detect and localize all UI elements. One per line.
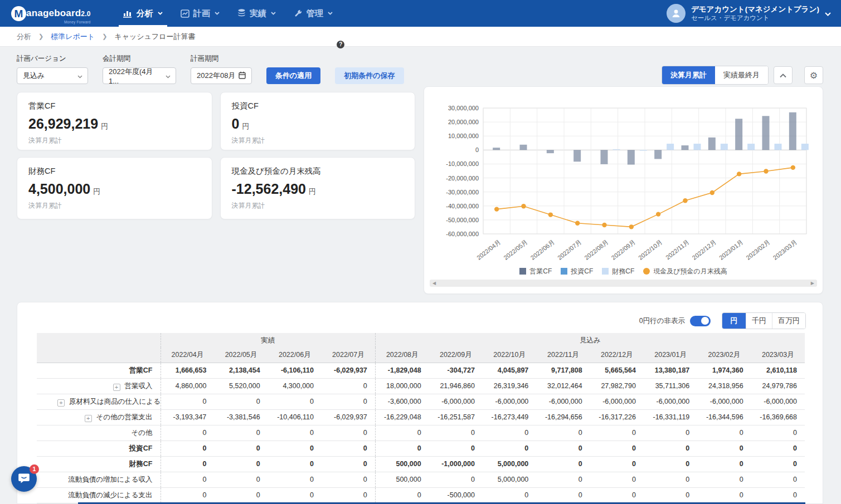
plan-period-input[interactable]: 2022年08月 xyxy=(191,67,252,84)
table-cell: 0 xyxy=(268,487,322,503)
table-cell: 0 xyxy=(268,441,322,456)
wrench-icon xyxy=(294,9,303,18)
svg-text:-10,000,000: -10,000,000 xyxy=(446,160,479,167)
chart-bar xyxy=(573,150,581,162)
table-cell: -6,000,000 xyxy=(644,394,697,409)
breadcrumb-item[interactable]: 分析 xyxy=(17,32,31,42)
toggle-last-actual-month[interactable]: 実績最終月 xyxy=(715,66,768,84)
table-cell: 9,717,808 xyxy=(536,363,590,378)
table-column-header: 2023/02月 xyxy=(697,348,751,363)
x-axis-label: 2022/09月 xyxy=(610,238,636,261)
table-cell: -16,251,587 xyxy=(429,409,483,425)
legend-item[interactable]: 財務CF xyxy=(602,267,634,276)
table-cell: 18,000,000 xyxy=(375,378,429,394)
table-cell: 0 xyxy=(751,425,805,441)
kpi-title: 営業CF xyxy=(28,101,201,111)
chart-bar xyxy=(520,145,527,150)
kpi-cards: 営業CF 26,929,219円 決算月累計 投資CF 0円 決算月累計 財務C… xyxy=(17,92,415,219)
account-menu[interactable]: デモアカウント(マネジメントプラン) セールス・デモアカウント xyxy=(667,0,831,27)
collapse-button[interactable] xyxy=(774,66,793,84)
app-logo[interactable]: Manageboard2.0Money Forward xyxy=(11,0,91,27)
filter-bar: 計画バージョン 見込み 会計期間 2022年度(4月1... 計画期間 2022… xyxy=(17,54,404,84)
cashflow-table-card: 0円行の非表示 円 千円 百万円 実績見込み2022/04月2022/05月20… xyxy=(17,302,823,504)
table-cell: 0 xyxy=(214,425,268,441)
kpi-card-financing-cf: 財務CF 4,500,000円 決算月累計 xyxy=(17,157,212,219)
chart-scrollbar[interactable]: ◀ ▶ xyxy=(430,280,817,287)
chart-bar xyxy=(747,144,755,150)
fiscal-period-value: 2022年度(4月1... xyxy=(109,67,161,85)
table-cell: -6,000,000 xyxy=(429,394,483,409)
unit-selector: 円 千円 百万円 xyxy=(722,312,806,329)
table-cell: 0 xyxy=(644,487,697,503)
chart-point xyxy=(764,169,768,173)
expand-icon[interactable]: + xyxy=(113,384,120,391)
table-row: 流動負債の減少による支出00000-500,000000000 xyxy=(37,487,805,503)
table-cell: 0 xyxy=(483,441,536,456)
chart-point xyxy=(521,204,526,208)
fiscal-period-select[interactable]: 2022年度(4月1... xyxy=(103,67,176,84)
notification-badge: 1 xyxy=(30,464,39,474)
nav-item-actuals[interactable]: 実績 xyxy=(229,0,285,27)
table-cell: -16,273,449 xyxy=(483,409,536,425)
plan-version-select[interactable]: 見込み xyxy=(17,67,88,84)
unit-yen-button[interactable]: 円 xyxy=(722,313,746,329)
legend-swatch xyxy=(643,268,650,275)
logo-version: 2.0 xyxy=(81,10,90,18)
table-cell: 0 xyxy=(322,472,375,487)
unit-thousand-yen-button[interactable]: 千円 xyxy=(746,313,772,329)
row-label: 財務CF xyxy=(129,460,153,468)
legend-item[interactable]: 営業CF xyxy=(519,267,552,276)
plan-version-label: 計画バージョン xyxy=(17,54,88,63)
scroll-left-icon[interactable]: ◀ xyxy=(432,281,436,286)
table-cell: 24,318,956 xyxy=(697,378,751,394)
table-cell: 0 xyxy=(429,472,483,487)
table-cell: 2,610,118 xyxy=(751,363,805,378)
legend-label: 投資CF xyxy=(571,267,593,276)
table-cell: 0 xyxy=(697,472,751,487)
kpi-note: 決算月累計 xyxy=(28,201,201,211)
settings-button[interactable]: ⚙ xyxy=(804,66,823,84)
chat-widget-button[interactable]: 1 xyxy=(11,466,37,492)
table-cell: 0 xyxy=(644,441,697,456)
table-cell: 4,860,000 xyxy=(161,378,214,394)
kpi-note: 決算月累計 xyxy=(232,201,404,211)
chevron-up-icon xyxy=(780,70,786,80)
table-cell: -6,000,000 xyxy=(536,394,590,409)
chart-bar xyxy=(721,144,728,150)
x-axis-label: 2023/01月 xyxy=(718,238,744,261)
zero-rows-toggle[interactable] xyxy=(690,316,711,326)
legend-item[interactable]: 現金及び預金の月末残高 xyxy=(643,267,727,276)
nav-label: 実績 xyxy=(250,8,266,19)
help-icon[interactable]: ? xyxy=(337,41,344,48)
table-cell: 2,138,454 xyxy=(214,363,268,378)
chevron-down-icon xyxy=(328,12,333,15)
nav-item-plan[interactable]: 計画 xyxy=(172,0,229,27)
row-label: その他 xyxy=(131,429,152,437)
svg-text:-60,000,000: -60,000,000 xyxy=(446,231,479,237)
cashflow-chart-card: 30,000,00020,000,00010,000,0000-10,000,0… xyxy=(424,86,823,294)
legend-item[interactable]: 投資CF xyxy=(561,267,593,276)
unit-million-yen-button[interactable]: 百万円 xyxy=(772,313,805,329)
kpi-note: 決算月累計 xyxy=(232,136,404,145)
save-initial-conditions-button[interactable]: 初期条件の保存 xyxy=(335,67,404,84)
chevron-down-icon xyxy=(166,72,171,80)
toggle-fiscal-cumulative[interactable]: 決算月累計 xyxy=(662,66,715,84)
expand-icon[interactable]: + xyxy=(85,415,92,422)
nav-item-admin[interactable]: 管理 xyxy=(285,0,342,27)
scroll-right-icon[interactable]: ▶ xyxy=(811,281,814,286)
table-cell: -1,000,000 xyxy=(429,456,483,472)
fiscal-period-label: 会計期間 xyxy=(103,54,176,63)
chart-point xyxy=(575,221,580,226)
table-cell: -6,106,110 xyxy=(268,363,322,378)
expand-icon[interactable]: + xyxy=(57,399,65,407)
calendar-icon xyxy=(239,71,246,81)
logo-mark-icon: M xyxy=(11,6,26,21)
nav-item-analysis[interactable]: 分析 xyxy=(114,0,172,27)
apply-conditions-button[interactable]: 条件の適用 xyxy=(266,67,320,84)
chart-point xyxy=(737,172,741,176)
chart-bar xyxy=(667,144,674,150)
table-cell: 0 xyxy=(214,456,268,472)
table-column-header: 2023/01月 xyxy=(644,348,697,363)
breadcrumb-item[interactable]: 標準レポート xyxy=(51,32,95,42)
table-cell: 0 xyxy=(322,378,375,394)
